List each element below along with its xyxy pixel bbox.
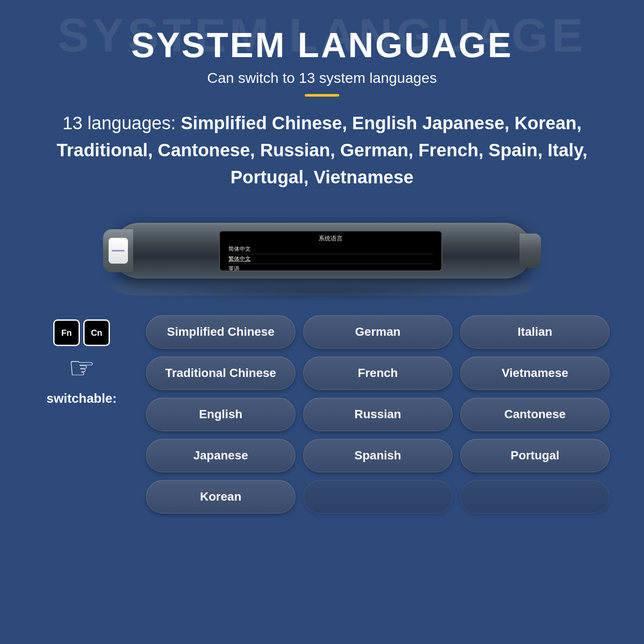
- lang-pill-traditional-chinese: Traditional Chinese: [146, 356, 295, 390]
- device-left-cap: [103, 229, 133, 272]
- screen-item-1: 简体中文: [228, 244, 433, 254]
- header-section: SYSTEM LANGUAGE Can switch to 13 system …: [0, 0, 644, 191]
- lang-pill-portugal: Portugal: [460, 439, 610, 472]
- language-grid: Simplified ChineseGermanItalianTradition…: [146, 315, 610, 513]
- screen-item-2: 繁体中文: [228, 254, 433, 264]
- bottom-section: Fn Cn ☞ switchable: Simplified ChineseGe…: [0, 307, 644, 513]
- device-body: 系统语言 简体中文 繁体中文 英语 韩语 口语: [112, 223, 532, 279]
- page-title: SYSTEM LANGUAGE: [0, 26, 644, 64]
- lang-pill-russian: Russian: [303, 398, 453, 431]
- key-icons-group: Fn Cn: [53, 319, 110, 346]
- lang-pill-korean: Korean: [146, 480, 295, 513]
- lang-pill-english: English: [146, 398, 295, 431]
- fn-key-icon: Fn: [53, 319, 80, 346]
- lang-pill-japanese: Japanese: [146, 439, 295, 472]
- lang-pill-french: French: [303, 356, 453, 390]
- lang-pill-vietnamese: Vietnamese: [460, 356, 610, 390]
- device-container: 系统语言 简体中文 繁体中文 英语 韩语 口语: [0, 204, 644, 298]
- switchable-section: Fn Cn ☞ switchable:: [34, 315, 129, 406]
- lang-pill-cantonese: Cantonese: [460, 398, 610, 431]
- switchable-label: switchable:: [46, 391, 116, 406]
- lang-pill-simplified-chinese: Simplified Chinese: [146, 315, 295, 349]
- lang-pill-empty1: [303, 480, 453, 513]
- device-shadow: [129, 285, 515, 298]
- lang-pill-spanish: Spanish: [303, 439, 453, 472]
- device-right-cap: [519, 234, 541, 268]
- languages-prefix: 13 languages:: [62, 113, 181, 133]
- screen-title: 系统语言: [228, 235, 433, 243]
- decorative-line: [305, 94, 339, 97]
- page-subtitle: Can switch to 13 system languages: [0, 70, 644, 86]
- screen-item-3: 英语: [228, 264, 433, 271]
- device-screen: 系统语言 简体中文 繁体中文 英语 韩语 口语: [219, 231, 442, 271]
- languages-description: 13 languages: Simplified Chinese, Englis…: [0, 109, 644, 191]
- cn-key-icon: Cn: [83, 319, 110, 346]
- lang-pill-italian: Italian: [460, 315, 610, 349]
- hand-pointer-icon: ☞: [68, 350, 95, 386]
- lang-pill-empty2: [460, 480, 610, 513]
- lang-pill-german: German: [303, 315, 453, 349]
- device-button: [109, 238, 128, 264]
